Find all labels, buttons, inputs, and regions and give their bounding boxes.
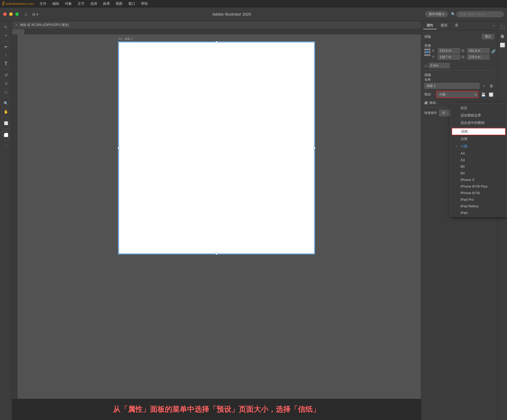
- quick-actions-label: 快速操作: [424, 111, 437, 115]
- dropdown-item[interactable]: ✓小报: [450, 143, 507, 150]
- right-panel: 属性 图层 库 >> 画板 退出 变换: [421, 21, 497, 420]
- workspace-button[interactable]: 基本功能 ▾: [425, 11, 448, 17]
- close-button[interactable]: [3, 12, 7, 16]
- search-icon: 🔍: [451, 12, 455, 16]
- x-label: X:: [432, 49, 437, 53]
- rotate-tool[interactable]: ↺: [2, 71, 10, 79]
- tab-properties[interactable]: 属性: [423, 22, 436, 29]
- dropdown-item[interactable]: 法律: [450, 135, 507, 143]
- width-row: 宽:: [461, 48, 490, 53]
- eraser-tool[interactable]: ◻: [2, 88, 10, 96]
- dropdown-item[interactable]: iPhone X: [450, 176, 507, 183]
- dropdown-item[interactable]: iPad Pro: [450, 196, 507, 203]
- artboard-handle-top[interactable]: [215, 41, 218, 43]
- menu-file[interactable]: 文件: [37, 1, 49, 7]
- artboard-container: 01 - 画板 1: [119, 37, 314, 254]
- tab-libraries[interactable]: 库: [452, 22, 462, 29]
- menu-view[interactable]: 视图: [113, 1, 125, 7]
- dropdown-item[interactable]: 自定: [450, 104, 507, 112]
- preset-select-wrapper: 自定适合图稿边界适合选中的图稿信纸法律小报A4A3B5B4iPhone XiPh…: [436, 91, 478, 98]
- y-label: Y:: [432, 55, 437, 59]
- libraries-icon[interactable]: ⬜: [499, 41, 506, 49]
- artboard-section2-title: 画板: [424, 73, 431, 77]
- menu-help[interactable]: 帮助: [138, 1, 151, 7]
- type-tool[interactable]: T: [2, 60, 10, 67]
- dropdown-item[interactable]: A4: [450, 150, 507, 157]
- panel-content: 画板 退出 变换 X:: [421, 30, 497, 420]
- artboard[interactable]: [119, 42, 314, 254]
- dropdown-separator: [450, 127, 507, 127]
- width-input[interactable]: [467, 48, 490, 53]
- document-tab[interactable]: ✕ 海报 @ 38.29% (CMYK/GPU 预览): [12, 21, 421, 29]
- properties-icon[interactable]: ▣: [499, 32, 506, 40]
- dropdown-item[interactable]: 适合选中的图稿: [450, 119, 507, 127]
- exit-button[interactable]: 退出: [482, 34, 494, 39]
- constraint-proportions-icon[interactable]: 🔗: [491, 49, 496, 53]
- artboard-handle-bottom[interactable]: [215, 253, 218, 255]
- menu-edit[interactable]: 编辑: [50, 1, 62, 7]
- title-bar: ⌂ ⊞ ▾ Adobe Illustrator 2020 基本功能 ▾ 🔍: [0, 7, 507, 21]
- preset-row: 预设: 自定适合图稿边界适合选中的图稿信纸法律小报A4A3B5B4iPhone …: [424, 91, 494, 98]
- home-icon[interactable]: ⌂: [25, 11, 27, 17]
- menu-effect[interactable]: 效果: [100, 1, 112, 7]
- artboard-handle-left[interactable]: [118, 147, 120, 149]
- add-artboard-button[interactable]: ＋: [481, 83, 487, 89]
- menu-text[interactable]: 文字: [75, 1, 87, 7]
- angle-row: △:: [424, 63, 494, 68]
- preset-label: 预设:: [424, 92, 434, 97]
- instruction-text: 从「属性」面板的菜单中选择「预设」页面大小，选择「信纸」: [113, 404, 320, 414]
- dropdown-item[interactable]: iPad: [450, 209, 507, 215]
- save-preset-button[interactable]: 💾: [480, 92, 487, 97]
- menu-window[interactable]: 窗口: [126, 1, 138, 7]
- quick-action-button[interactable]: 画...: [439, 110, 451, 116]
- select-tool[interactable]: ↖: [2, 23, 10, 31]
- height-label: 高:: [461, 55, 466, 59]
- canvas-area[interactable]: ✕ 海报 @ 38.29% (CMYK/GPU 预览) for(let i=0;…: [12, 21, 421, 420]
- dropdown-item[interactable]: iPhone 8/7/6 Plus: [450, 183, 507, 190]
- hand-tool[interactable]: ✋: [2, 108, 10, 115]
- check-icon: ✓: [455, 144, 459, 148]
- fill-stroke[interactable]: [2, 131, 10, 138]
- angle-label: △:: [424, 64, 428, 67]
- angle-input[interactable]: [429, 63, 450, 68]
- pen-tool[interactable]: ✒: [2, 43, 10, 50]
- preset-select[interactable]: 自定适合图稿边界适合选中的图稿信纸法律小报A4A3B5B4iPhone XiPh…: [436, 91, 478, 97]
- more-tools[interactable]: ···: [2, 142, 10, 150]
- maximize-button[interactable]: [15, 12, 19, 16]
- y-input[interactable]: [438, 54, 460, 60]
- curvature-tool[interactable]: ⌇: [2, 52, 10, 59]
- panel-expand-icon[interactable]: >>: [492, 24, 495, 27]
- preset-icons: 💾 ⬜: [480, 92, 494, 97]
- width-label: 宽:: [461, 49, 466, 53]
- artboard-handle-right[interactable]: [313, 147, 315, 149]
- dropdown-item[interactable]: iPhone 8/7/6: [450, 190, 507, 196]
- x-input[interactable]: [438, 48, 460, 53]
- scale-tool[interactable]: ⇲: [2, 80, 10, 87]
- artboard-tool[interactable]: ⬜: [2, 119, 10, 127]
- height-input[interactable]: [467, 54, 490, 60]
- artboard-name-input[interactable]: [424, 83, 480, 89]
- dropdown-item[interactable]: iPad Retina: [450, 203, 507, 209]
- move-with-artboard-checkbox[interactable]: [424, 101, 428, 105]
- menu-select[interactable]: 选择: [88, 1, 100, 7]
- zoom-tool[interactable]: 🔍: [2, 100, 10, 107]
- dropdown-item[interactable]: A3: [450, 157, 507, 163]
- tab-layers[interactable]: 图层: [438, 22, 451, 29]
- view-switcher-icon[interactable]: ⊞ ▾: [32, 12, 38, 16]
- dropdown-item[interactable]: 适合图稿边界: [450, 112, 507, 119]
- adobe-stock-search[interactable]: [456, 11, 504, 17]
- dropdown-item[interactable]: B5: [450, 163, 507, 170]
- direct-select-tool[interactable]: ↗: [2, 32, 10, 39]
- y-position-row: Y:: [432, 54, 460, 60]
- main-layout: ↖ ↗ ✒ ⌇ T ↺ ⇲ ◻ 🔍 ✋ ⬜ ··· ✕ 海报 @ 38.29% …: [0, 21, 507, 420]
- transform-reference-point[interactable]: [424, 49, 430, 57]
- delete-artboard-button[interactable]: 🗑: [489, 83, 494, 88]
- dropdown-item[interactable]: 信纸: [452, 128, 506, 135]
- orientation-button[interactable]: ⬜: [488, 92, 494, 97]
- minimize-button[interactable]: [9, 12, 13, 16]
- layers-icon[interactable]: ⬛: [499, 23, 506, 31]
- menu-object[interactable]: 对象: [62, 1, 74, 7]
- artboard-label: 01 - 画板 1: [119, 37, 133, 41]
- tab-close-icon[interactable]: ✕: [15, 23, 18, 27]
- dropdown-item[interactable]: B4: [450, 170, 507, 176]
